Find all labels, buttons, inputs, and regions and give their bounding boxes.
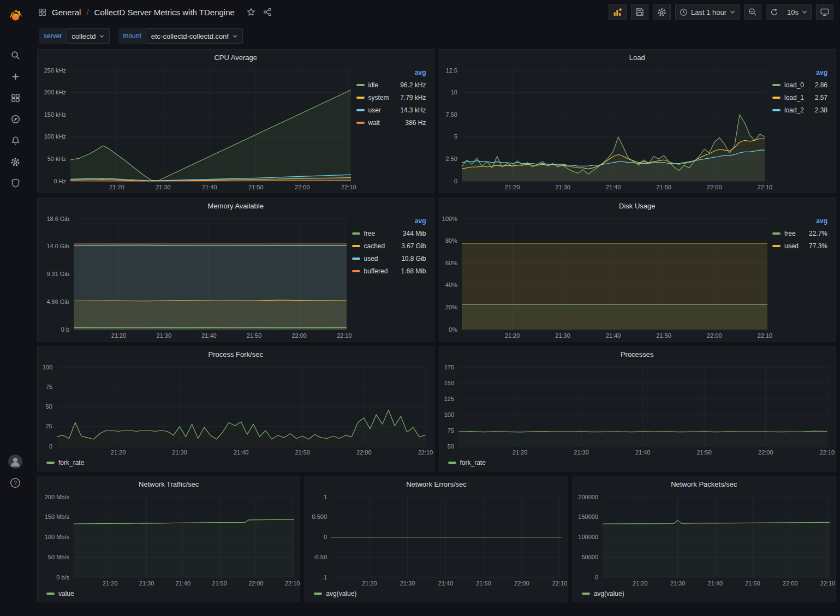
legend-item-load_1[interactable]: load_12.57	[772, 91, 827, 104]
legend-avg-header[interactable]: avg	[772, 67, 827, 79]
legend-item-avg(value)[interactable]: avg(value)	[582, 590, 624, 597]
legend-avg-header[interactable]: avg	[772, 216, 827, 227]
svg-text:21:20: 21:20	[362, 580, 377, 587]
tv-mode-button[interactable]	[816, 4, 833, 20]
legend-item-used[interactable]: used77.3%	[772, 240, 827, 252]
alerting-bell-icon[interactable]	[0, 130, 31, 151]
legend-avg-header[interactable]: avg	[356, 67, 426, 79]
breadcrumb-folder[interactable]: General	[52, 8, 81, 17]
panel-cpu-average: CPU Average 0 Hz50 kHz100 kHz150 kHz200 …	[37, 49, 434, 193]
panel-title[interactable]: Disk Usage	[439, 198, 836, 213]
server-admin-shield-icon[interactable]	[0, 172, 31, 194]
clock-icon	[680, 8, 688, 16]
legend-item-used[interactable]: used10.8 Gib	[352, 252, 426, 265]
search-icon[interactable]	[0, 45, 31, 66]
svg-text:100 kHz: 100 kHz	[44, 133, 66, 140]
legend-item-load_2[interactable]: load_22.38	[772, 104, 827, 116]
create-plus-icon[interactable]	[0, 66, 31, 87]
grafana-logo-icon[interactable]	[0, 4, 31, 28]
svg-text:12.5: 12.5	[445, 67, 457, 74]
configuration-gear-icon[interactable]	[0, 151, 31, 172]
svg-text:50: 50	[46, 403, 52, 410]
save-dashboard-button[interactable]	[631, 4, 648, 20]
legend-item-avg(value)[interactable]: avg(value)	[314, 590, 356, 597]
svg-text:21:20: 21:20	[504, 332, 520, 339]
zoom-out-button[interactable]	[744, 4, 761, 20]
panel-title[interactable]: Memory Available	[38, 198, 434, 213]
panel-title[interactable]: Network Packets/sec	[573, 476, 835, 492]
chart-canvas-processes[interactable]: 507510012515017521:2021:3021:4021:5022:0…	[439, 362, 836, 458]
legend-item-value[interactable]: value	[46, 590, 74, 597]
chart-cpu-average[interactable]: 0 Hz50 kHz100 kHz150 kHz200 kHz250 kHz21…	[38, 65, 356, 193]
chart-canvas-memory-available[interactable]: 0 b4.66 Gib9.31 Gib14.0 Gib18.6 Gib21:20…	[38, 213, 352, 341]
variable-mount-value[interactable]: etc-collectd-collectd.conf	[146, 28, 243, 44]
dashboards-grid-icon[interactable]	[0, 87, 31, 109]
legend-item-wait[interactable]: wait386 Hz	[356, 116, 426, 129]
chevron-down-icon	[802, 10, 807, 14]
legend-item-buffered[interactable]: buffered1.68 Mib	[352, 265, 426, 277]
chart-processes[interactable]: 507510012515017521:2021:3021:4021:5022:0…	[439, 362, 836, 458]
svg-text:125: 125	[444, 396, 454, 402]
panel-title[interactable]: CPU Average	[38, 50, 434, 65]
chart-load[interactable]: 02.5057.501012.521:2021:3021:4021:5022:0…	[439, 65, 773, 193]
legend: avg(value)	[573, 589, 835, 602]
panel-disk-usage: Disk Usage 0%20%40%60%80%100%21:2021:302…	[439, 198, 836, 342]
user-avatar[interactable]	[0, 451, 31, 472]
legend-item-system[interactable]: system7.79 kHz	[356, 91, 426, 104]
star-icon[interactable]	[247, 8, 255, 16]
add-panel-button[interactable]	[609, 4, 627, 20]
legend-item-free[interactable]: free344 Mib	[352, 227, 426, 240]
time-picker-button[interactable]: Last 1 hour	[675, 4, 740, 20]
legend: avgfree22.7%used77.3%	[772, 213, 835, 341]
legend-series-name: cached	[364, 242, 385, 250]
dashboard-settings-button[interactable]	[653, 4, 671, 20]
panel-title[interactable]: Processes	[439, 346, 836, 362]
variable-server-value[interactable]: collectd	[66, 28, 110, 44]
dashboard-title[interactable]: CollectD Server Metrics with TDengine	[94, 8, 235, 17]
svg-text:22:10: 22:10	[418, 449, 433, 456]
chart-network-traffic[interactable]: 0 b/s50 Mb/s100 Mb/s150 Mb/s200 Mb/s21:2…	[38, 492, 300, 589]
legend-item-load_0[interactable]: load_02.86	[772, 79, 827, 91]
legend-item-cached[interactable]: cached3.67 Gib	[352, 240, 426, 252]
legend-series-value: 344 Mib	[403, 230, 426, 237]
legend-avg-header[interactable]: avg	[352, 216, 426, 227]
panel-title[interactable]: Process Fork/sec	[38, 346, 434, 362]
panel-title[interactable]: Load	[439, 50, 836, 65]
legend-series-name: fork_rate	[460, 459, 486, 467]
chart-disk-usage[interactable]: 0%20%40%60%80%100%21:2021:3021:4021:5022…	[439, 213, 773, 341]
chart-canvas-process-fork[interactable]: 025507510021:2021:3021:4021:5022:0022:10	[38, 362, 434, 458]
legend-item-free[interactable]: free22.7%	[772, 227, 827, 240]
chart-canvas-load[interactable]: 02.5057.501012.521:2021:3021:4021:5022:0…	[439, 65, 773, 193]
chart-network-packets[interactable]: 05000010000015000020000021:2021:3021:402…	[573, 492, 835, 589]
explore-compass-icon[interactable]	[0, 109, 31, 130]
chart-memory-available[interactable]: 0 b4.66 Gib9.31 Gib14.0 Gib18.6 Gib21:20…	[38, 213, 352, 341]
svg-text:50: 50	[447, 443, 454, 450]
chart-canvas-cpu-average[interactable]: 0 Hz50 kHz100 kHz150 kHz200 kHz250 kHz21…	[38, 65, 356, 193]
chart-canvas-network-packets[interactable]: 05000010000015000020000021:2021:3021:402…	[573, 492, 835, 589]
svg-text:22:10: 22:10	[820, 580, 835, 587]
dashboard-grid: CPU Average 0 Hz50 kHz100 kHz150 kHz200 …	[31, 48, 840, 602]
refresh-button[interactable]	[766, 4, 783, 20]
svg-text:21:40: 21:40	[438, 580, 454, 587]
chart-network-errors[interactable]: -1-0.5000.500121:2021:3021:4021:5022:002…	[305, 492, 567, 589]
svg-text:0.500: 0.500	[312, 513, 327, 520]
legend-item-idle[interactable]: idle96.2 kHz	[356, 79, 426, 91]
chart-canvas-network-errors[interactable]: -1-0.5000.500121:2021:3021:4021:5022:002…	[305, 492, 567, 589]
panel-title[interactable]: Network Traffic/sec	[38, 476, 300, 492]
refresh-interval-button[interactable]: 10s	[783, 4, 812, 20]
svg-text:21:30: 21:30	[555, 332, 570, 339]
share-icon[interactable]	[263, 8, 272, 16]
svg-text:22:10: 22:10	[337, 332, 352, 339]
panel-title[interactable]: Network Errors/sec	[305, 476, 567, 492]
series-swatch	[352, 245, 360, 247]
legend-item-user[interactable]: user14.3 kHz	[356, 104, 426, 116]
legend-item-fork_rate[interactable]: fork_rate	[448, 459, 486, 467]
chart-process-fork[interactable]: 025507510021:2021:3021:4021:5022:0022:10	[38, 362, 434, 458]
chart-canvas-network-traffic[interactable]: 0 b/s50 Mb/s100 Mb/s150 Mb/s200 Mb/s21:2…	[38, 492, 300, 589]
legend-series-name: buffered	[364, 267, 388, 275]
svg-text:9.31 Gib: 9.31 Gib	[46, 271, 69, 277]
chart-canvas-disk-usage[interactable]: 0%20%40%60%80%100%21:2021:3021:4021:5022…	[439, 213, 773, 341]
legend-item-fork_rate[interactable]: fork_rate	[46, 459, 84, 467]
legend-series-name: avg(value)	[594, 590, 624, 597]
help-icon[interactable]: ?	[0, 472, 31, 493]
